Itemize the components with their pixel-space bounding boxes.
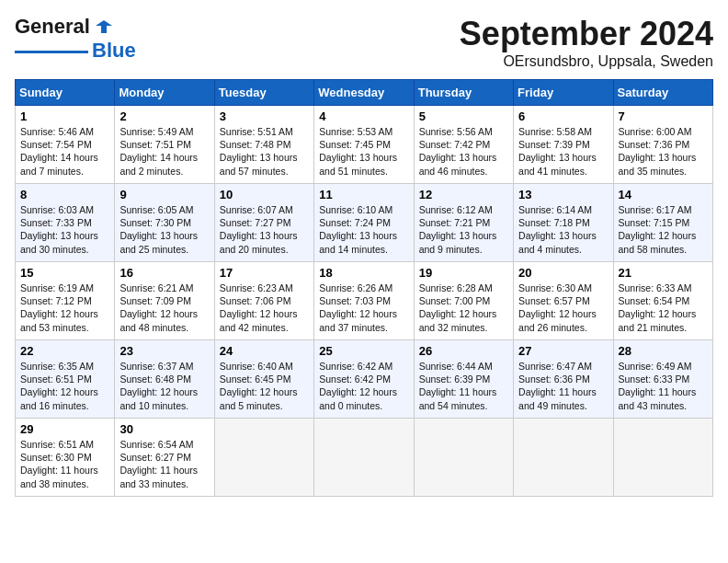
day-number: 7 bbox=[619, 109, 708, 123]
calendar-cell: 22 Sunrise: 6:35 AMSunset: 6:51 PMDaylig… bbox=[16, 340, 115, 419]
calendar-cell: 27 Sunrise: 6:47 AMSunset: 6:36 PMDaylig… bbox=[514, 340, 613, 419]
cell-info: Sunrise: 6:03 AMSunset: 7:33 PMDaylight:… bbox=[20, 204, 98, 255]
calendar-cell: 24 Sunrise: 6:40 AMSunset: 6:45 PMDaylig… bbox=[214, 340, 313, 419]
day-number: 1 bbox=[20, 109, 109, 123]
day-number: 21 bbox=[619, 266, 708, 280]
cell-info: Sunrise: 6:49 AMSunset: 6:33 PMDaylight:… bbox=[619, 361, 697, 411]
cell-info: Sunrise: 6:19 AMSunset: 7:12 PMDaylight:… bbox=[20, 282, 98, 333]
day-number: 17 bbox=[220, 266, 309, 280]
location-text: OErsundsbro, Uppsala, Sweden bbox=[460, 53, 713, 70]
day-number: 11 bbox=[319, 188, 408, 201]
calendar-week-row: 22 Sunrise: 6:35 AMSunset: 6:51 PMDaylig… bbox=[16, 340, 713, 419]
cell-info: Sunrise: 6:42 AMSunset: 6:42 PMDaylight:… bbox=[319, 361, 397, 411]
col-header-friday: Friday bbox=[514, 80, 613, 106]
calendar-cell: 3 Sunrise: 5:51 AMSunset: 7:48 PMDayligh… bbox=[214, 106, 313, 184]
day-number: 12 bbox=[419, 188, 508, 201]
logo-blue-text: Blue bbox=[92, 39, 136, 63]
day-number: 8 bbox=[20, 188, 109, 201]
cell-info: Sunrise: 6:26 AMSunset: 7:03 PMDaylight:… bbox=[319, 282, 397, 333]
cell-info: Sunrise: 6:51 AMSunset: 6:30 PMDaylight:… bbox=[20, 439, 98, 489]
calendar-cell: 13 Sunrise: 6:14 AMSunset: 7:18 PMDaylig… bbox=[514, 184, 613, 262]
calendar-cell: 14 Sunrise: 6:17 AMSunset: 7:15 PMDaylig… bbox=[613, 184, 712, 262]
day-number: 22 bbox=[20, 344, 109, 358]
day-number: 27 bbox=[518, 344, 608, 358]
calendar-cell: 30 Sunrise: 6:54 AMSunset: 6:27 PMDaylig… bbox=[115, 419, 214, 497]
calendar-cell: 5 Sunrise: 5:56 AMSunset: 7:42 PMDayligh… bbox=[414, 106, 513, 184]
cell-info: Sunrise: 6:00 AMSunset: 7:36 PMDaylight:… bbox=[619, 126, 697, 177]
calendar-cell: 11 Sunrise: 6:10 AMSunset: 7:24 PMDaylig… bbox=[314, 184, 414, 262]
cell-info: Sunrise: 6:12 AMSunset: 7:21 PMDaylight:… bbox=[419, 204, 497, 255]
day-number: 2 bbox=[119, 109, 209, 123]
calendar-cell: 19 Sunrise: 6:28 AMSunset: 7:00 PMDaylig… bbox=[414, 262, 513, 340]
calendar-cell: 9 Sunrise: 6:05 AMSunset: 7:30 PMDayligh… bbox=[115, 184, 214, 262]
calendar-cell bbox=[514, 419, 613, 497]
calendar-cell: 17 Sunrise: 6:23 AMSunset: 7:06 PMDaylig… bbox=[214, 262, 313, 340]
calendar-cell: 21 Sunrise: 6:33 AMSunset: 6:54 PMDaylig… bbox=[613, 262, 712, 340]
logo: General Blue bbox=[15, 15, 136, 63]
cell-info: Sunrise: 6:44 AMSunset: 6:39 PMDaylight:… bbox=[419, 361, 497, 411]
calendar-header-row: SundayMondayTuesdayWednesdayThursdayFrid… bbox=[16, 80, 713, 106]
title-section: September 2024 OErsundsbro, Uppsala, Swe… bbox=[460, 15, 713, 70]
col-header-wednesday: Wednesday bbox=[314, 80, 414, 106]
calendar-week-row: 29 Sunrise: 6:51 AMSunset: 6:30 PMDaylig… bbox=[16, 419, 713, 497]
calendar-cell: 4 Sunrise: 5:53 AMSunset: 7:45 PMDayligh… bbox=[314, 106, 414, 184]
day-number: 16 bbox=[119, 266, 209, 280]
day-number: 10 bbox=[220, 188, 309, 201]
calendar-cell bbox=[214, 419, 313, 497]
day-number: 19 bbox=[419, 266, 508, 280]
month-title: September 2024 bbox=[460, 15, 713, 53]
day-number: 20 bbox=[518, 266, 608, 280]
cell-info: Sunrise: 6:54 AMSunset: 6:27 PMDaylight:… bbox=[119, 439, 198, 489]
calendar-cell bbox=[414, 419, 513, 497]
calendar-cell: 25 Sunrise: 6:42 AMSunset: 6:42 PMDaylig… bbox=[314, 340, 414, 419]
col-header-sunday: Sunday bbox=[16, 80, 115, 106]
calendar-cell: 16 Sunrise: 6:21 AMSunset: 7:09 PMDaylig… bbox=[115, 262, 214, 340]
page-header: General Blue September 2024 OErsundsbro,… bbox=[15, 15, 713, 70]
calendar-cell: 29 Sunrise: 6:51 AMSunset: 6:30 PMDaylig… bbox=[16, 419, 115, 497]
cell-info: Sunrise: 6:37 AMSunset: 6:48 PMDaylight:… bbox=[119, 361, 198, 411]
day-number: 18 bbox=[319, 266, 408, 280]
cell-info: Sunrise: 5:56 AMSunset: 7:42 PMDaylight:… bbox=[419, 126, 497, 177]
day-number: 29 bbox=[20, 422, 109, 436]
cell-info: Sunrise: 5:58 AMSunset: 7:39 PMDaylight:… bbox=[518, 126, 597, 177]
cell-info: Sunrise: 6:17 AMSunset: 7:15 PMDaylight:… bbox=[619, 204, 697, 255]
calendar-week-row: 1 Sunrise: 5:46 AMSunset: 7:54 PMDayligh… bbox=[16, 106, 713, 184]
calendar-cell: 23 Sunrise: 6:37 AMSunset: 6:48 PMDaylig… bbox=[115, 340, 214, 419]
calendar-cell: 8 Sunrise: 6:03 AMSunset: 7:33 PMDayligh… bbox=[16, 184, 115, 262]
cell-info: Sunrise: 5:49 AMSunset: 7:51 PMDaylight:… bbox=[119, 126, 198, 177]
day-number: 24 bbox=[220, 344, 309, 358]
calendar-cell: 15 Sunrise: 6:19 AMSunset: 7:12 PMDaylig… bbox=[16, 262, 115, 340]
day-number: 3 bbox=[220, 109, 309, 123]
cell-info: Sunrise: 6:35 AMSunset: 6:51 PMDaylight:… bbox=[20, 361, 98, 411]
day-number: 5 bbox=[419, 109, 508, 123]
cell-info: Sunrise: 6:47 AMSunset: 6:36 PMDaylight:… bbox=[518, 361, 597, 411]
cell-info: Sunrise: 6:21 AMSunset: 7:09 PMDaylight:… bbox=[119, 282, 198, 333]
calendar-table: SundayMondayTuesdayWednesdayThursdayFrid… bbox=[15, 79, 713, 497]
day-number: 15 bbox=[20, 266, 109, 280]
svg-marker-0 bbox=[96, 20, 112, 33]
day-number: 6 bbox=[518, 109, 608, 123]
day-number: 26 bbox=[419, 344, 508, 358]
cell-info: Sunrise: 6:28 AMSunset: 7:00 PMDaylight:… bbox=[419, 282, 497, 333]
calendar-cell: 7 Sunrise: 6:00 AMSunset: 7:36 PMDayligh… bbox=[613, 106, 712, 184]
cell-info: Sunrise: 5:51 AMSunset: 7:48 PMDaylight:… bbox=[220, 126, 298, 177]
calendar-cell: 12 Sunrise: 6:12 AMSunset: 7:21 PMDaylig… bbox=[414, 184, 513, 262]
cell-info: Sunrise: 6:14 AMSunset: 7:18 PMDaylight:… bbox=[518, 204, 597, 255]
logo-bird-icon bbox=[94, 17, 114, 37]
cell-info: Sunrise: 6:10 AMSunset: 7:24 PMDaylight:… bbox=[319, 204, 397, 255]
calendar-cell bbox=[613, 419, 712, 497]
calendar-cell: 18 Sunrise: 6:26 AMSunset: 7:03 PMDaylig… bbox=[314, 262, 414, 340]
col-header-thursday: Thursday bbox=[414, 80, 513, 106]
calendar-cell: 28 Sunrise: 6:49 AMSunset: 6:33 PMDaylig… bbox=[613, 340, 712, 419]
logo-divider bbox=[15, 51, 88, 53]
cell-info: Sunrise: 5:53 AMSunset: 7:45 PMDaylight:… bbox=[319, 126, 397, 177]
cell-info: Sunrise: 6:05 AMSunset: 7:30 PMDaylight:… bbox=[119, 204, 198, 255]
day-number: 30 bbox=[119, 422, 209, 436]
calendar-cell: 6 Sunrise: 5:58 AMSunset: 7:39 PMDayligh… bbox=[514, 106, 613, 184]
col-header-tuesday: Tuesday bbox=[214, 80, 313, 106]
col-header-saturday: Saturday bbox=[613, 80, 712, 106]
cell-info: Sunrise: 6:07 AMSunset: 7:27 PMDaylight:… bbox=[220, 204, 298, 255]
calendar-cell: 20 Sunrise: 6:30 AMSunset: 6:57 PMDaylig… bbox=[514, 262, 613, 340]
day-number: 13 bbox=[518, 188, 608, 201]
day-number: 14 bbox=[619, 188, 708, 201]
